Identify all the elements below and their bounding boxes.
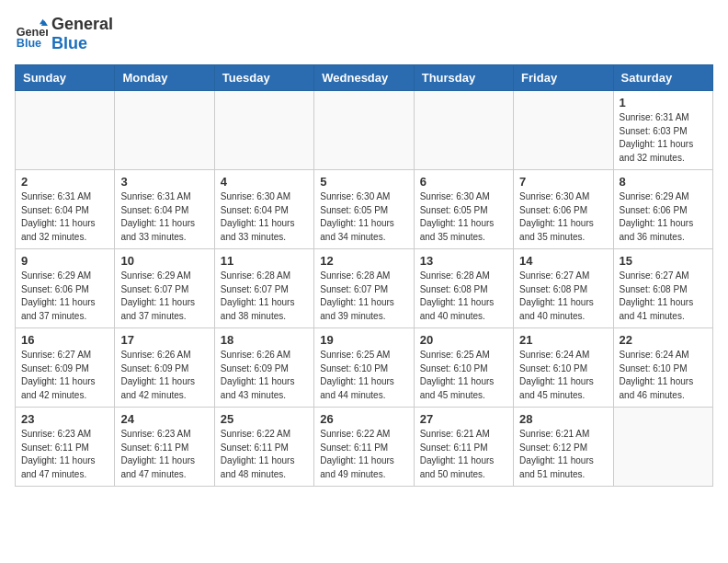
day-info: Sunrise: 6:23 AM Sunset: 6:11 PM Dayligh…: [120, 428, 208, 481]
day-number: 23: [21, 412, 108, 426]
calendar-cell: 22Sunrise: 6:24 AM Sunset: 6:10 PM Dayli…: [613, 328, 712, 408]
header-thursday: Thursday: [414, 65, 513, 91]
calendar-cell: 25Sunrise: 6:22 AM Sunset: 6:11 PM Dayli…: [214, 408, 313, 487]
calendar-week-row: 16Sunrise: 6:27 AM Sunset: 6:09 PM Dayli…: [16, 328, 713, 408]
calendar-cell: 20Sunrise: 6:25 AM Sunset: 6:10 PM Dayli…: [414, 328, 513, 408]
day-number: 19: [320, 333, 407, 347]
header-tuesday: Tuesday: [214, 65, 313, 91]
day-info: Sunrise: 6:27 AM Sunset: 6:09 PM Dayligh…: [21, 349, 108, 402]
day-number: 15: [620, 254, 707, 268]
calendar-cell: 2Sunrise: 6:31 AM Sunset: 6:04 PM Daylig…: [16, 170, 115, 249]
calendar-cell: 5Sunrise: 6:30 AM Sunset: 6:05 PM Daylig…: [314, 170, 414, 249]
calendar-cell: [314, 91, 414, 170]
day-info: Sunrise: 6:27 AM Sunset: 6:08 PM Dayligh…: [620, 270, 707, 323]
calendar-cell: 8Sunrise: 6:29 AM Sunset: 6:06 PM Daylig…: [613, 170, 712, 249]
calendar-cell: 6Sunrise: 6:30 AM Sunset: 6:05 PM Daylig…: [414, 170, 513, 249]
day-number: 22: [620, 333, 707, 347]
calendar-cell: 4Sunrise: 6:30 AM Sunset: 6:04 PM Daylig…: [214, 170, 313, 249]
logo-general: General: [51, 15, 113, 34]
calendar-cell: [115, 91, 214, 170]
calendar-cell: 23Sunrise: 6:23 AM Sunset: 6:11 PM Dayli…: [16, 408, 115, 487]
day-number: 2: [21, 175, 108, 189]
day-info: Sunrise: 6:29 AM Sunset: 6:06 PM Dayligh…: [620, 190, 707, 244]
day-number: 12: [320, 254, 407, 268]
calendar-cell: 10Sunrise: 6:29 AM Sunset: 6:07 PM Dayli…: [115, 249, 214, 328]
day-number: 9: [21, 254, 108, 268]
calendar-cell: 12Sunrise: 6:28 AM Sunset: 6:07 PM Dayli…: [314, 249, 414, 328]
day-info: Sunrise: 6:25 AM Sunset: 6:10 PM Dayligh…: [320, 349, 407, 402]
calendar-cell: 18Sunrise: 6:26 AM Sunset: 6:09 PM Dayli…: [214, 328, 313, 408]
day-number: 16: [21, 333, 108, 347]
header-sunday: Sunday: [16, 65, 115, 91]
calendar-cell: 15Sunrise: 6:27 AM Sunset: 6:08 PM Dayli…: [613, 249, 712, 328]
calendar-cell: [214, 91, 313, 170]
day-info: Sunrise: 6:28 AM Sunset: 6:08 PM Dayligh…: [420, 270, 507, 323]
day-info: Sunrise: 6:30 AM Sunset: 6:05 PM Dayligh…: [420, 190, 507, 244]
calendar-cell: 9Sunrise: 6:29 AM Sunset: 6:06 PM Daylig…: [16, 249, 115, 328]
logo: General Blue General Blue: [15, 15, 113, 53]
day-info: Sunrise: 6:30 AM Sunset: 6:04 PM Dayligh…: [221, 190, 308, 244]
day-number: 5: [320, 175, 407, 189]
calendar-cell: 27Sunrise: 6:21 AM Sunset: 6:11 PM Dayli…: [414, 408, 513, 487]
svg-text:Blue: Blue: [17, 37, 41, 50]
calendar-cell: 13Sunrise: 6:28 AM Sunset: 6:08 PM Dayli…: [414, 249, 513, 328]
calendar-cell: 1Sunrise: 6:31 AM Sunset: 6:03 PM Daylig…: [613, 91, 712, 170]
day-number: 4: [221, 175, 308, 189]
day-info: Sunrise: 6:29 AM Sunset: 6:06 PM Dayligh…: [21, 270, 108, 323]
day-info: Sunrise: 6:22 AM Sunset: 6:11 PM Dayligh…: [320, 428, 407, 481]
day-number: 14: [519, 254, 607, 268]
page-header: General Blue General Blue: [15, 15, 713, 53]
day-info: Sunrise: 6:24 AM Sunset: 6:10 PM Dayligh…: [620, 349, 707, 402]
day-info: Sunrise: 6:26 AM Sunset: 6:09 PM Dayligh…: [120, 349, 208, 402]
day-number: 25: [221, 412, 308, 426]
calendar-cell: 19Sunrise: 6:25 AM Sunset: 6:10 PM Dayli…: [314, 328, 414, 408]
calendar-table: SundayMondayTuesdayWednesdayThursdayFrid…: [15, 64, 713, 487]
day-number: 27: [420, 412, 507, 426]
day-number: 11: [221, 254, 308, 268]
day-number: 6: [420, 175, 507, 189]
day-info: Sunrise: 6:21 AM Sunset: 6:11 PM Dayligh…: [420, 428, 507, 481]
calendar-cell: 16Sunrise: 6:27 AM Sunset: 6:09 PM Dayli…: [16, 328, 115, 408]
day-info: Sunrise: 6:27 AM Sunset: 6:08 PM Dayligh…: [519, 270, 607, 323]
header-saturday: Saturday: [613, 65, 712, 91]
day-number: 3: [120, 175, 208, 189]
calendar-week-row: 2Sunrise: 6:31 AM Sunset: 6:04 PM Daylig…: [16, 170, 713, 249]
day-info: Sunrise: 6:30 AM Sunset: 6:05 PM Dayligh…: [320, 190, 407, 244]
day-number: 1: [620, 96, 707, 109]
day-info: Sunrise: 6:31 AM Sunset: 6:03 PM Dayligh…: [620, 111, 707, 165]
day-number: 26: [320, 412, 407, 426]
day-number: 20: [420, 333, 507, 347]
day-info: Sunrise: 6:30 AM Sunset: 6:06 PM Dayligh…: [519, 190, 607, 244]
day-info: Sunrise: 6:21 AM Sunset: 6:12 PM Dayligh…: [519, 428, 607, 481]
day-info: Sunrise: 6:31 AM Sunset: 6:04 PM Dayligh…: [120, 190, 208, 244]
day-info: Sunrise: 6:23 AM Sunset: 6:11 PM Dayligh…: [21, 428, 108, 481]
day-number: 17: [120, 333, 208, 347]
day-info: Sunrise: 6:26 AM Sunset: 6:09 PM Dayligh…: [221, 349, 308, 402]
header-friday: Friday: [514, 65, 613, 91]
calendar-cell: [414, 91, 513, 170]
header-monday: Monday: [115, 65, 214, 91]
calendar-week-row: 23Sunrise: 6:23 AM Sunset: 6:11 PM Dayli…: [16, 408, 713, 487]
day-info: Sunrise: 6:24 AM Sunset: 6:10 PM Dayligh…: [519, 349, 607, 402]
logo-icon: General Blue: [15, 17, 48, 51]
day-number: 10: [120, 254, 208, 268]
calendar-cell: [16, 91, 115, 170]
calendar-cell: 17Sunrise: 6:26 AM Sunset: 6:09 PM Dayli…: [115, 328, 214, 408]
day-number: 18: [221, 333, 308, 347]
day-info: Sunrise: 6:22 AM Sunset: 6:11 PM Dayligh…: [221, 428, 308, 481]
calendar-cell: 7Sunrise: 6:30 AM Sunset: 6:06 PM Daylig…: [514, 170, 613, 249]
calendar-cell: 21Sunrise: 6:24 AM Sunset: 6:10 PM Dayli…: [514, 328, 613, 408]
day-number: 24: [120, 412, 208, 426]
calendar-cell: 28Sunrise: 6:21 AM Sunset: 6:12 PM Dayli…: [514, 408, 613, 487]
day-number: 13: [420, 254, 507, 268]
calendar-cell: [514, 91, 613, 170]
header-wednesday: Wednesday: [314, 65, 414, 91]
day-info: Sunrise: 6:25 AM Sunset: 6:10 PM Dayligh…: [420, 349, 507, 402]
day-number: 7: [519, 175, 607, 189]
calendar-cell: 14Sunrise: 6:27 AM Sunset: 6:08 PM Dayli…: [514, 249, 613, 328]
calendar-cell: [613, 408, 712, 487]
day-number: 28: [519, 412, 607, 426]
day-number: 8: [620, 175, 707, 189]
calendar-week-row: 1Sunrise: 6:31 AM Sunset: 6:03 PM Daylig…: [16, 91, 713, 170]
logo-blue: Blue: [51, 34, 113, 53]
